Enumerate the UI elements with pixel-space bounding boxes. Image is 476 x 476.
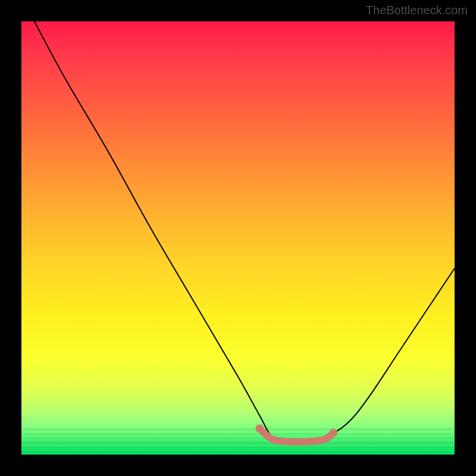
chart-plot-area (21, 21, 455, 455)
watermark-text: TheBottleneck.com (366, 4, 468, 17)
chart-svg (21, 21, 455, 455)
bottleneck-curve-path (35, 21, 455, 442)
optimal-zone-path (259, 428, 333, 441)
optimal-zone-dot-left (255, 424, 264, 433)
optimal-zone-dot-right (329, 429, 337, 437)
